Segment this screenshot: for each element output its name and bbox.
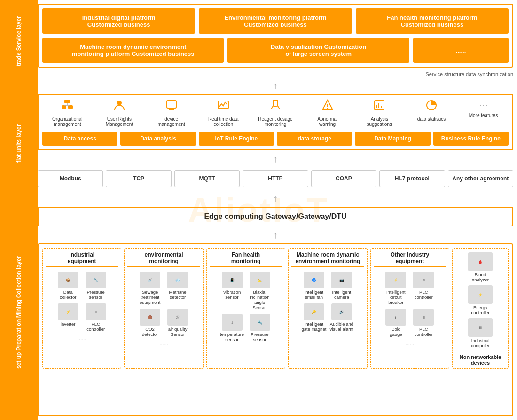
pressure-sensor-img: 🔧: [86, 272, 106, 288]
flat-section: Organizationalmanagement User RightsMana…: [38, 94, 513, 150]
setup-item-plc: 🖥 PLCcontroller: [83, 303, 109, 332]
trade-box-machine-room: Machine room dynamic environmentmonitori…: [42, 38, 224, 63]
trade-row2: Machine room dynamic environmentmonitori…: [42, 38, 509, 63]
industrial-title: industrialequipment: [46, 251, 118, 267]
abnormal-label: Abnormalwarning: [317, 117, 337, 127]
plc-label: PLCcontroller: [86, 321, 105, 332]
user-icon: [113, 99, 126, 115]
flat-layer-label: flat units layer: [0, 82, 38, 204]
svg-rect-6: [167, 101, 176, 108]
inverter-label: inverter: [61, 321, 76, 327]
more-label: More features: [469, 113, 498, 118]
setup-item-energy: ⚡ Energycontroller: [468, 284, 494, 315]
btn-iot-rule[interactable]: IoT Rule Engine: [199, 132, 274, 146]
analysis-icon: [373, 99, 386, 115]
plc-img: 🖥: [86, 303, 106, 320]
environmental-title: environmentalmonitoring: [127, 251, 200, 267]
setup-col-fan: Fan healthmonitoring 📳 Vibrationsensor 📐…: [206, 248, 285, 369]
pressure2-img: 🔩: [250, 314, 270, 331]
arrow-up-4: ↑: [38, 230, 513, 240]
svg-rect-1: [62, 105, 66, 109]
setup-item-plc2: 🖥 PLCcontroller: [411, 271, 437, 305]
protocol-mqtt: MQTT: [174, 170, 240, 187]
svg-rect-7: [169, 109, 174, 110]
device-label: devicemanagement: [157, 117, 185, 127]
camera-label: Intelligentcamera: [332, 289, 352, 300]
protocol-section: Modbus TCP MQTT HTTP COAP HL7 protocol A…: [38, 167, 513, 190]
energy-img: ⚡: [468, 285, 493, 304]
env-dots: ......: [159, 341, 168, 346]
plc2-label: PLCcontroller: [415, 289, 433, 300]
coldgauge-label: Coldgauge: [390, 327, 402, 337]
other-title: Other industryequipment: [374, 251, 446, 267]
camera-img: 📷: [331, 272, 352, 288]
industrial-row2: ⚡ inverter 🖥 PLCcontroller: [55, 303, 109, 332]
other-row2: 🌡 Coldgauge 🖥 PLCcontroller: [383, 308, 437, 337]
trade-box-industrial: Industrial digital platformCustomized bu…: [42, 8, 195, 34]
trade-box-fan: Fan health monitoring platformCustomized…: [356, 8, 509, 34]
flat-icon-reagent: Reagent dosagemonitoring: [254, 99, 297, 127]
gatemagnet-img: 🔑: [304, 303, 324, 320]
env-row2: 🟤 CO2detector 🌫 air qualitySensor: [137, 308, 191, 337]
machineroom-title: Machine room dynamicenvironment monitori…: [291, 251, 364, 267]
reagent-label: Reagent dosagemonitoring: [258, 117, 292, 127]
trade-section: Industrial digital platformCustomized bu…: [38, 4, 513, 68]
btn-data-mapping[interactable]: Data Mapping: [355, 132, 430, 146]
blood-img: 🩸: [468, 252, 493, 271]
methane-label: Methanedetector: [169, 289, 187, 300]
setup-item-vibration: 📳 Vibrationsensor: [219, 271, 245, 310]
analysis-label: Analysissuggestions: [367, 117, 392, 127]
pressure-sensor-label: Pressuresensor: [87, 289, 105, 300]
setup-col-nonnet: 🩸 Bloodanalyzer ⚡ Energycontroller 🖥 Ind…: [452, 248, 509, 369]
setup-item-camera: 📷 Intelligentcamera: [329, 271, 354, 300]
svg-point-12: [327, 108, 328, 109]
machine-row2: 🔑 Intelligentgate magnet 🔊 Audible andvi…: [301, 303, 354, 332]
non-net-title: Non networkable devices: [455, 352, 505, 366]
btn-data-storage[interactable]: data storage: [277, 132, 352, 146]
protocol-modbus: Modbus: [38, 170, 103, 187]
setup-item-biaxial: 📐 Biaxial inclinationangle Sensor: [247, 271, 273, 310]
setup-item-data-collector: 📦 Datacollector: [55, 271, 81, 300]
gatemagnet-label: Intelligentgate magnet: [302, 321, 327, 332]
trade-layer-label: trade Service layer: [0, 0, 38, 82]
airquality-img: 🌫: [167, 309, 188, 326]
industrial-dots: ......: [78, 335, 86, 341]
data-collector-img: 📦: [58, 272, 78, 288]
arrow-up-2: ↑: [38, 154, 513, 163]
smallfan-label: Intelligentsmall fan: [305, 289, 324, 300]
sewage-label: Sewage treatmentequipment: [137, 289, 163, 305]
realtime-label: Real time datacollection: [208, 117, 238, 127]
svg-rect-0: [64, 100, 70, 103]
plc3-label: PLCcontroller: [415, 327, 433, 337]
biaxial-img: 📐: [250, 272, 270, 288]
plc2-img: 🖥: [413, 272, 434, 288]
flat-icon-analysis: Analysissuggestions: [358, 99, 400, 127]
user-label: User RightsManagement: [106, 117, 133, 127]
setup-item-sewage: 🚿 Sewage treatmentequipment: [137, 271, 163, 305]
more-icon: ⋯: [479, 99, 488, 111]
pressure2-label: Pressuresensor: [251, 332, 269, 342]
methane-img: 💨: [167, 272, 188, 288]
setup-col-industrial: industrialequipment 📦 Datacollector 🔧 Pr…: [42, 248, 121, 369]
setup-layer-label: set up Preparation Mining Collection lay…: [0, 204, 38, 420]
btn-data-analysis[interactable]: Data analysis: [120, 132, 196, 146]
fan-title: Fan healthmonitoring: [210, 251, 282, 267]
vibration-img: 📳: [222, 272, 243, 288]
sync-label: Service structure data synchronization: [38, 71, 513, 77]
vibration-label: Vibrationsensor: [223, 289, 241, 300]
stats-icon: [425, 99, 438, 115]
inverter-img: ⚡: [58, 303, 78, 320]
setup-item-inverter: ⚡ inverter: [55, 303, 81, 332]
realtime-icon: [217, 99, 230, 115]
left-labels-column: trade Service layer flat units layer set…: [0, 0, 38, 420]
stats-label: data statistics: [417, 117, 446, 122]
other-dots: ......: [406, 341, 414, 346]
industrial-row1: 📦 Datacollector 🔧 Pressuresensor: [55, 271, 109, 300]
btn-data-access[interactable]: Data access: [42, 132, 118, 146]
fan-row1: 📳 Vibrationsensor 📐 Biaxial inclinationa…: [219, 271, 273, 310]
btn-business-rule[interactable]: Business Rule Engine: [433, 132, 509, 146]
setup-item-temp: 🌡 temperaturesensor: [219, 313, 245, 342]
edge-section: Edge computing Gateway/Gateway/DTU: [38, 207, 513, 226]
setup-col-environmental: environmentalmonitoring 🚿 Sewage treatme…: [124, 248, 203, 369]
trade-row1: Industrial digital platformCustomized bu…: [42, 8, 509, 34]
